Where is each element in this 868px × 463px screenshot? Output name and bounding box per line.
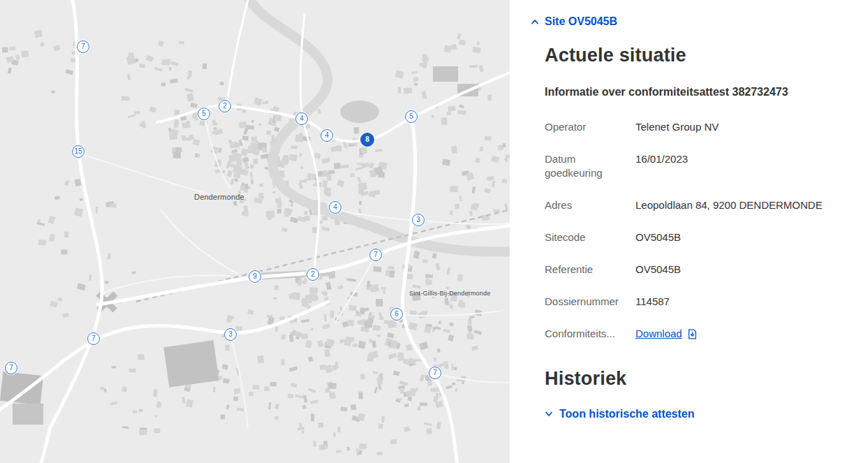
map-cluster-marker[interactable]: 2 [219, 100, 231, 112]
map-cluster-marker[interactable]: 7 [5, 362, 17, 374]
map-cluster-marker[interactable]: 4 [329, 201, 341, 214]
marker-count: 7 [9, 365, 13, 372]
field-row: Datum goedkeuring 16/01/2023 [545, 143, 847, 189]
field-value: 16/01/2023 [635, 152, 847, 166]
field-row: Conformiteits... Download [545, 318, 847, 350]
field-value: Download [635, 327, 847, 341]
marker-count: 3 [416, 216, 420, 223]
map-cluster-marker[interactable]: 9 [249, 270, 261, 283]
map-cluster-marker[interactable]: 5 [198, 108, 210, 120]
field-label: Operator [545, 120, 635, 134]
attest-subtitle: Informatie over conformiteitsattest 3827… [545, 86, 847, 98]
marker-count: 3 [228, 331, 233, 338]
map-cluster-marker[interactable]: 7 [429, 367, 441, 379]
marker-count: 5 [202, 110, 206, 117]
history-toggle-label: Toon historische attesten [559, 408, 695, 420]
map-cluster-marker[interactable]: 15 [72, 145, 84, 158]
field-label: Dossiernummer [545, 295, 635, 309]
field-row: Dossiernummer 114587 [545, 286, 847, 318]
map-graphics [0, 0, 510, 463]
map-cluster-marker[interactable]: 3 [224, 328, 237, 341]
marker-count: 2 [311, 271, 315, 278]
marker-count: 4 [300, 115, 304, 122]
field-label: Datum goedkeuring [545, 152, 635, 180]
field-value: Leopoldlaan 84, 9200 DENDERMONDE [635, 198, 847, 212]
marker-count: 15 [74, 148, 82, 155]
map-cluster-marker[interactable]: 4 [295, 112, 308, 125]
map-cluster-marker[interactable]: 7 [87, 332, 100, 345]
map-cluster-marker[interactable]: 7 [369, 249, 382, 261]
download-icon [687, 329, 698, 339]
map-cluster-marker[interactable]: 4 [321, 129, 333, 142]
map-cluster-marker[interactable]: 7 [77, 41, 89, 53]
map[interactable]: DendermondeSint-Gillis-Bij-Dendermonde 7… [0, 0, 510, 463]
map-cluster-marker[interactable]: 8 [360, 133, 374, 147]
marker-count: 7 [91, 335, 96, 342]
marker-count: 6 [395, 311, 399, 318]
field-row: Referentie OV5045B [545, 253, 847, 286]
field-row: Adres Leopoldlaan 84, 9200 DENDERMONDE [545, 189, 847, 221]
field-label: Sitecode [545, 230, 635, 244]
history-toggle-link[interactable]: Toon historische attesten [545, 408, 695, 420]
map-cluster-marker[interactable]: 2 [307, 268, 319, 281]
marker-count: 2 [223, 103, 227, 110]
marker-count: 9 [253, 273, 257, 280]
attest-fields: Operator Telenet Group NV Datum goedkeur… [545, 111, 847, 350]
marker-count: 5 [409, 113, 413, 120]
field-value: 114587 [635, 295, 847, 309]
marker-count: 7 [433, 369, 437, 376]
field-value: OV5045B [635, 230, 847, 244]
field-label: Conformiteits... [545, 327, 635, 341]
page-title: Actuele situatie [545, 45, 847, 66]
marker-count: 7 [374, 251, 378, 258]
site-link[interactable]: Site OV5045B [531, 15, 617, 28]
site-link-label: Site OV5045B [545, 15, 617, 28]
chevron-up-icon [531, 18, 539, 25]
marker-count: 4 [333, 204, 337, 211]
map-cluster-marker[interactable]: 3 [412, 214, 425, 226]
field-row: Sitecode OV5045B [545, 221, 847, 253]
map-cluster-marker[interactable]: 5 [405, 110, 418, 123]
field-value: OV5045B [635, 263, 847, 277]
chevron-down-icon [545, 408, 553, 420]
field-label: Referentie [545, 263, 635, 277]
details-panel: Site OV5045B Actuele situatie Informatie… [510, 0, 868, 463]
field-row: Operator Telenet Group NV [545, 111, 847, 143]
map-cluster-marker[interactable]: 6 [390, 308, 403, 321]
field-label: Adres [545, 198, 635, 212]
download-link[interactable]: Download [635, 327, 698, 341]
marker-count: 4 [325, 132, 329, 139]
field-value: Telenet Group NV [635, 120, 847, 134]
history-title: Historiek [545, 368, 847, 390]
marker-count: 7 [81, 43, 85, 50]
marker-count: 8 [365, 136, 369, 143]
